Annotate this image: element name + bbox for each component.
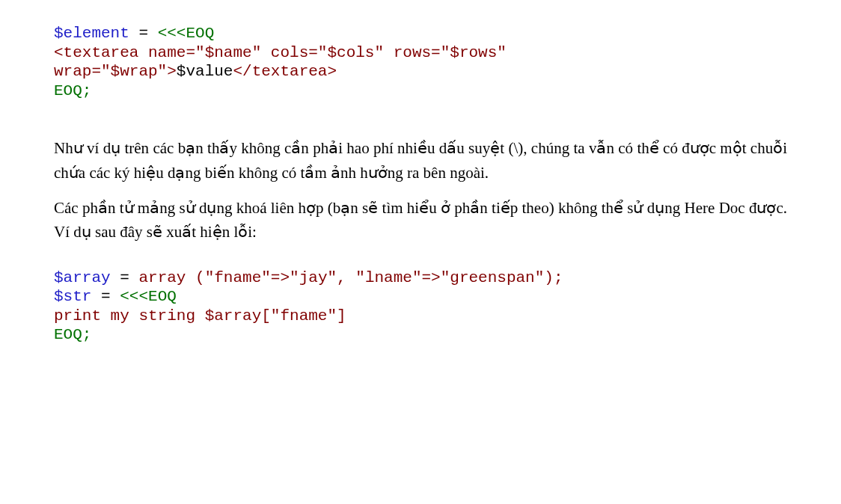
- code-heredoc-close: EOQ;: [54, 82, 91, 99]
- code2-var2: $str: [54, 288, 91, 305]
- code-block-1: $element = <<<EOQ <textarea name="$name"…: [54, 24, 787, 100]
- code2-heredoc-open: <<<EOQ: [120, 288, 177, 305]
- code2-eq1: =: [111, 269, 139, 286]
- code-html-line2b: $value: [177, 63, 233, 80]
- document-page: $element = <<<EOQ <textarea name="$name"…: [0, 0, 841, 504]
- code2-l3: print my string $array["fname"]: [54, 307, 346, 325]
- code-var: $element: [54, 25, 129, 42]
- paragraph-1: Như ví dụ trên các bạn thấy không cần ph…: [54, 136, 787, 185]
- code-eq: =: [129, 25, 158, 42]
- code-block-2: $array = array ("fname"=>"jay", "lname"=…: [54, 268, 787, 345]
- code-html-line1: <textarea name="$name" cols="$cols" rows…: [54, 44, 516, 61]
- code2-var1: $array: [54, 269, 111, 286]
- code2-l1c: array ("fname"=>"jay", "lname"=>"greensp…: [138, 269, 563, 286]
- prose-block: Như ví dụ trên các bạn thấy không cần ph…: [54, 136, 787, 244]
- code-html-line2a: wrap="$wrap">: [54, 63, 177, 80]
- code-heredoc-open: <<<EOQ: [158, 25, 215, 42]
- code-html-line2c: </textarea>: [233, 63, 337, 80]
- code2-eq2: =: [91, 288, 120, 305]
- code2-heredoc-close: EOQ;: [54, 326, 91, 343]
- paragraph-2: Các phần tử mảng sử dụng khoá liên hợp (…: [54, 196, 787, 245]
